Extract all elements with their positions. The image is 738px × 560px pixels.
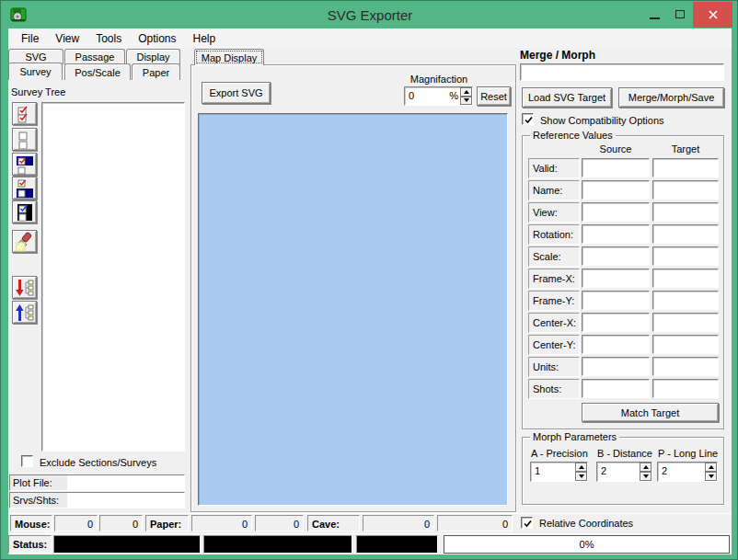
exclude-sections-checkbox[interactable] [21,455,33,467]
merge-morph-save-button[interactable]: Merge/Morph/Save [618,87,724,108]
map-canvas[interactable] [198,113,508,506]
plot-file-label: Plot File: [10,475,67,490]
down-arrow-icon [643,474,649,478]
tab-survey-active[interactable]: Survey [8,63,63,80]
reference-row-center-y: Center-Y: [523,335,723,355]
reference-source-field[interactable] [582,224,650,244]
status-bar: Status: 0% [8,533,732,554]
distance-label: B - Distance [597,448,652,459]
long-line-value[interactable]: 2 [658,463,705,481]
reference-target-field[interactable] [652,357,719,376]
paper-x-value: 0 [191,515,252,531]
collapse-tree-button[interactable] [12,301,37,324]
menu-file[interactable]: File [13,30,47,47]
reference-source-field[interactable] [582,246,650,266]
precision-value[interactable]: 1 [531,463,575,481]
plot-file-row: Plot File: [9,474,185,491]
reference-target-field[interactable] [652,269,719,288]
distance-spinner[interactable]: 2 [596,462,652,482]
uncheck-all-icon [16,131,34,149]
reference-row-label: Frame-Y: [528,291,580,311]
paper-y-value: 0 [255,515,304,531]
reference-source-field[interactable] [582,291,650,310]
uncheck-all-button[interactable] [12,128,37,151]
tab-passage[interactable]: Passage [64,49,125,64]
flashlight-button[interactable] [12,230,37,253]
menu-options[interactable]: Options [130,30,184,47]
menu-help[interactable]: Help [185,30,225,47]
collapse-tree-icon [15,303,35,323]
precision-down-button[interactable] [575,472,587,481]
long-line-down-button[interactable] [705,472,717,481]
menu-view[interactable]: View [47,30,87,47]
long-line-spinner[interactable]: 2 [657,462,718,482]
reference-source-field[interactable] [582,202,650,222]
check-all-button[interactable] [12,102,37,125]
menu-tools[interactable]: Tools [87,30,130,47]
reference-target-field[interactable] [652,180,719,200]
reference-target-field[interactable] [652,291,719,310]
magnification-up-button[interactable] [460,87,472,97]
reference-row-label: Scale: [528,246,580,267]
reference-target-field[interactable] [652,202,719,222]
reference-target-field[interactable] [652,158,719,177]
reference-row-label: View: [528,202,580,223]
show-compatibility-checkbox[interactable] [522,113,534,125]
long-line-up-button[interactable] [705,463,717,472]
reference-source-field[interactable] [582,158,650,177]
close-button[interactable] [693,2,732,28]
survey-tree-label: Survey Tree [11,86,65,97]
magnification-down-button[interactable] [460,97,472,106]
tab-display[interactable]: Display [126,49,180,64]
distance-down-button[interactable] [640,472,652,481]
reference-row-label: Name: [528,180,580,200]
mouse-x-value: 0 [54,515,98,531]
distance-up-button[interactable] [640,463,652,472]
merge-target-input[interactable] [520,63,724,81]
title-bar: SVG Exporter [1,1,738,29]
load-svg-target-button[interactable]: Load SVG Target [522,87,612,108]
reference-target-field[interactable] [652,335,719,354]
tab-pos-scale[interactable]: Pos/Scale [64,63,131,80]
precision-label: A - Precision [531,448,588,459]
minimize-button[interactable] [642,1,666,28]
precision-spinner[interactable]: 1 [530,462,588,482]
reference-row-label: Rotation: [528,224,580,245]
maximize-button[interactable] [668,1,692,28]
expand-tree-button[interactable] [12,276,37,299]
reference-target-field[interactable] [652,224,719,244]
reference-row-label: Valid: [528,158,580,178]
magnification-value[interactable]: 0 [405,87,449,105]
check-section-button[interactable] [12,153,37,176]
cave-y-value: 0 [437,515,513,531]
reference-target-field[interactable] [652,313,719,332]
reference-source-field[interactable] [582,180,650,200]
reset-button[interactable]: Reset [477,86,511,106]
uncheck-section-button[interactable] [12,177,37,200]
target-header: Target [652,143,719,154]
tab-paper[interactable]: Paper [132,63,180,80]
reference-target-field[interactable] [652,379,719,398]
relative-coordinates-checkbox[interactable] [521,517,533,529]
reference-source-field[interactable] [582,335,650,354]
reference-row-valid: Valid: [523,158,723,178]
tab-map-display[interactable]: Map Display [194,49,264,65]
reference-source-field[interactable] [582,269,650,288]
reference-source-field[interactable] [582,379,650,398]
reference-target-field[interactable] [652,246,719,266]
reference-row-view: View: [523,202,723,223]
match-target-button[interactable]: Match Target [582,403,719,422]
invert-checks-button[interactable] [12,200,37,223]
down-arrow-icon [709,474,714,478]
magnification-spinner[interactable]: 0 % [404,86,473,106]
precision-up-button[interactable] [575,463,587,472]
checkmark-icon [523,519,533,529]
distance-value[interactable]: 2 [597,463,640,481]
reference-source-field[interactable] [582,313,650,332]
survey-tree[interactable] [41,102,185,451]
export-svg-button[interactable]: Export SVG [202,82,271,104]
reference-row-scale: Scale: [523,246,723,267]
close-icon [708,9,719,20]
reference-row-frame-x: Frame-X: [523,269,723,289]
reference-source-field[interactable] [582,357,650,376]
